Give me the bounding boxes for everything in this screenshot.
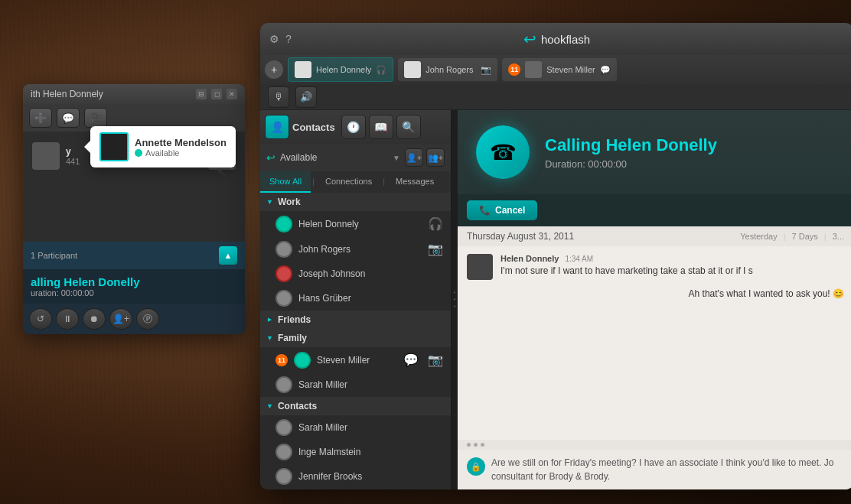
cancel-bar: 📞 Cancel <box>458 194 851 226</box>
group-friends-arrow: ▼ <box>266 317 273 324</box>
video-button[interactable]: 🎥 <box>84 108 107 128</box>
minimize-button[interactable]: ⊟ <box>196 89 207 99</box>
replay-button[interactable]: ↺ <box>29 308 52 330</box>
tab-helen[interactable]: Helen Donnely 🎧 <box>288 57 393 82</box>
contacts-nav-label: Contacts <box>292 122 335 133</box>
msg-sender-helen: Helen Donnely <box>500 254 559 263</box>
chat-nav-more[interactable]: 3... <box>833 232 844 241</box>
msg-text-helen: I'm not sure if I want to have marketing… <box>500 265 844 278</box>
inge-status-icon <box>276 444 292 460</box>
cancel-button[interactable]: 📞 Cancel <box>467 200 537 220</box>
tab-camera-icon: 📷 <box>481 65 491 75</box>
contact-item-john[interactable]: John Rogers 📷 <box>260 236 451 262</box>
steven-status-icon <box>294 352 311 369</box>
second-toolbar: 🎙 🔊 <box>260 84 851 110</box>
group-work-header[interactable]: ▼ Work <box>260 193 451 211</box>
message-row-helen: Helen Donnely 1:34 AM I'm not sure if I … <box>467 254 844 280</box>
tab-show-all[interactable]: Show All <box>260 171 311 193</box>
calling-card: ☎ Calling Helen Donelly Duration: 00:00:… <box>458 110 851 194</box>
joseph-status-icon <box>276 265 292 282</box>
close-button[interactable]: ✕ <box>227 89 237 99</box>
group-contacts-arrow: ▼ <box>266 402 273 410</box>
record-button[interactable]: ⏺ <box>83 308 106 330</box>
chat-nav: Yesterday | 7 Days | 3... <box>740 232 844 241</box>
chat-input-text[interactable]: Are we still on for Friday's meeting? I … <box>491 456 844 483</box>
add-group-button[interactable]: 👥+ <box>426 148 445 167</box>
help-icon[interactable]: ? <box>285 33 292 45</box>
john-camera-icon[interactable]: 📷 <box>426 240 445 258</box>
status-arrow-icon: ▼ <box>393 154 400 162</box>
annette-status: Available <box>135 148 227 158</box>
bottom-controls: ↺ ⏸ ⏺ 👤+ Ⓟ <box>23 304 245 334</box>
nav-history-button[interactable]: 🕐 <box>341 115 366 139</box>
contact-item-sarah-c[interactable]: Sarah Miller <box>260 415 451 440</box>
tab-steven[interactable]: 11 Steven Miller 💬 <box>502 58 617 81</box>
group-contacts-header[interactable]: ▼ Contacts <box>260 397 451 415</box>
chat-nav-yesterday[interactable]: Yesterday <box>740 232 778 241</box>
hans-status-icon <box>276 290 292 307</box>
cancel-label: Cancel <box>495 205 525 216</box>
tab-avatar-helen <box>295 61 311 78</box>
contact-item-joseph[interactable]: Joseph Johnson <box>260 262 451 286</box>
maximize-button[interactable]: ◻ <box>211 89 222 99</box>
calling-name: Calling Helen Donelly <box>545 135 717 155</box>
helen-name: Helen Donnely <box>298 219 420 229</box>
msg-avatar-helen <box>467 254 493 280</box>
contact-item-steven[interactable]: 11 Steven Miller 💬 📷 <box>260 347 451 372</box>
chat-date-bar: Thursday August 31, 2011 Yesterday | 7 D… <box>458 226 851 246</box>
window-controls: ⊟ ◻ ✕ <box>196 89 237 99</box>
chat-dot-2 <box>474 443 478 447</box>
nav-search-button[interactable]: 🔍 <box>396 115 421 139</box>
participants-bar: 1 Participant ▲ <box>23 242 245 269</box>
steven-cam-icon[interactable]: 📷 <box>426 351 445 369</box>
steven-msg-icon[interactable]: 💬 <box>402 351 420 369</box>
sarah-c-name: Sarah Miller <box>298 422 445 433</box>
contact-item-hans[interactable]: Hans Grüber <box>260 286 451 311</box>
contacts-status-bar: ↩ Available ▼ 👤+ 👥+ <box>260 144 451 171</box>
contact-list: ▼ Work Helen Donnely 🎧 John Rogers 📷 <box>260 193 451 489</box>
gear-icon[interactable]: ⚙ <box>269 33 279 45</box>
nav-book-button[interactable]: 📖 <box>369 115 393 139</box>
tab-name-helen: Helen Donnely <box>316 65 371 74</box>
chat-nav-7days[interactable]: 7 Days <box>792 232 818 241</box>
contact-item-inge[interactable]: Inge Malmstein <box>260 440 451 464</box>
chat-input-area: 🔒 Are we still on for Friday's meeting? … <box>458 450 851 489</box>
tab-messages[interactable]: Messages <box>386 171 443 193</box>
message-row-reply: Ah that's what I wanted to ask you! 😊 <box>467 286 844 301</box>
group-contacts-name: Contacts <box>278 401 317 411</box>
speaker-button[interactable]: 🔊 <box>295 86 317 108</box>
hans-name: Hans Grüber <box>298 293 445 304</box>
add-tab-button[interactable]: + <box>265 60 283 79</box>
msg-time-helen: 1:34 AM <box>565 255 593 263</box>
add-person-button[interactable]: 👤+ <box>405 148 423 167</box>
chat-dot-1 <box>467 443 471 447</box>
tab-message-icon: 💬 <box>600 65 611 75</box>
tab-avatar-john <box>404 61 421 78</box>
group-family-arrow: ▼ <box>266 334 273 342</box>
tab-connections[interactable]: Connections <box>316 171 381 193</box>
add-people-button[interactable]: 👤+ <box>109 308 132 330</box>
contacts-panel: 👤 Contacts 🕐 📖 🔍 ↩ Available ▼ 👤+ 👥+ Sho… <box>260 110 452 489</box>
add-contact-button[interactable]: ➕ <box>29 108 52 128</box>
mic-button[interactable]: 🎙 <box>268 86 289 108</box>
nav-contacts-button[interactable]: 👤 <box>265 115 289 139</box>
group-family-header[interactable]: ▼ Family <box>260 329 451 347</box>
group-friends-header[interactable]: ▼ Friends <box>260 311 451 329</box>
contact-item-helen[interactable]: Helen Donnely 🎧 <box>260 211 451 236</box>
main-body: 👤 Contacts 🕐 📖 🔍 ↩ Available ▼ 👤+ 👥+ Sho… <box>260 110 851 489</box>
contacts-list-wrap: ▼ Work Helen Donnely 🎧 John Rogers 📷 <box>260 193 451 489</box>
small-calling-duration: uration: 00:00:00 <box>31 288 237 298</box>
cancel-phone-icon: 📞 <box>479 205 491 216</box>
panel-divider[interactable]: • • • <box>452 110 458 489</box>
pause-button[interactable]: ⏸ <box>56 308 79 330</box>
helen-headphone-icon[interactable]: 🎧 <box>426 215 445 232</box>
contact-item-sarah-family[interactable]: Sarah Miller <box>260 372 451 397</box>
message-button[interactable]: 💬 <box>57 108 80 128</box>
contact-item-jennifer[interactable]: Jennifer Brooks <box>260 464 451 489</box>
participants-up-button[interactable]: ▲ <box>219 246 237 265</box>
park-button[interactable]: Ⓟ <box>136 308 159 330</box>
tab-john[interactable]: John Rogers 📷 <box>398 58 497 81</box>
sarah-f-name: Sarah Miller <box>298 379 445 390</box>
content-area: ☎ Calling Helen Donelly Duration: 00:00:… <box>458 110 851 489</box>
status-dot-green <box>135 149 142 157</box>
